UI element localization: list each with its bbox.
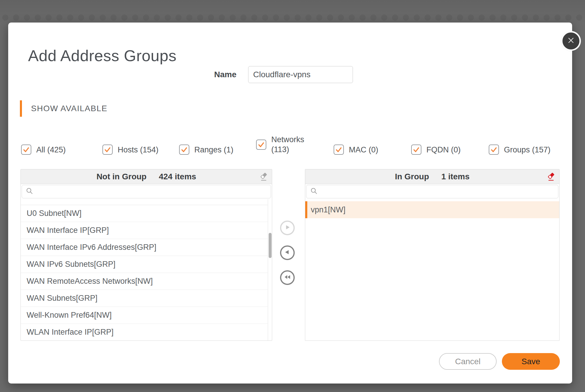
name-row: Name (8, 66, 572, 83)
name-label: Name (184, 66, 236, 83)
save-button[interactable]: Save (502, 353, 560, 370)
list-item[interactable]: WAN RemoteAccess Networks[NW] (21, 273, 268, 290)
section-accent-bar (20, 100, 22, 117)
show-available-section: SHOW AVAILABLE (20, 100, 107, 117)
panel-title: In Group (395, 172, 429, 181)
search-icon (26, 187, 34, 196)
in-group-list: vpn1[NW] (305, 199, 559, 341)
list-item[interactable]: Well-Known Pref64[NW] (21, 307, 268, 324)
checkbox-checked-icon (489, 145, 499, 155)
list-item[interactable]: WAN Subnets[GRP] (21, 290, 268, 307)
overlay-backdrop-dots (0, 10, 585, 23)
arrow-right-icon (284, 223, 291, 232)
in-group-panel: In Group 1 items (305, 169, 560, 341)
checkbox-checked-icon (179, 145, 189, 155)
search-input[interactable] (37, 185, 271, 198)
filter-checkbox-networks[interactable]: Networks (113) (256, 133, 304, 156)
filter-label: FQDN (0) (426, 145, 461, 155)
list-item[interactable]: WLAN Interface IP[GRP] (21, 324, 268, 341)
checkbox-checked-icon (256, 140, 266, 150)
filter-label: MAC (0) (349, 145, 378, 155)
panel-title: Not in Group (97, 172, 147, 181)
remove-all-eraser-icon[interactable] (546, 172, 556, 181)
search-icon (310, 187, 318, 196)
list-item-selected[interactable]: vpn1[NW] (305, 201, 559, 218)
not-in-group-header: Not in Group 424 items (21, 169, 272, 184)
scrollbar-track[interactable] (268, 199, 272, 341)
filter-label: Networks (113) (271, 135, 304, 154)
cancel-button[interactable]: Cancel (439, 353, 497, 370)
list-item[interactable]: WAN IPv6 Subnets[GRP] (21, 256, 268, 273)
dialog-title: Add Address Groups (28, 47, 176, 65)
filter-checkbox-groups[interactable]: Groups (157) (489, 145, 550, 155)
filter-checkbox-hosts[interactable]: Hosts (154) (102, 145, 159, 155)
checkbox-checked-icon (102, 145, 113, 155)
panel-item-count: 1 items (441, 172, 470, 181)
panel-item-count: 424 items (159, 172, 196, 181)
checkbox-checked-icon (21, 145, 31, 155)
search-input[interactable] (321, 185, 558, 198)
close-button[interactable] (561, 31, 581, 51)
list-item[interactable]: WAN Interface IP[GRP] (21, 222, 268, 239)
checkbox-checked-icon (411, 145, 421, 155)
in-group-header: In Group 1 items (305, 169, 559, 184)
filter-checkbox-fqdn[interactable]: FQDN (0) (411, 145, 461, 155)
filter-label: Groups (157) (504, 145, 550, 155)
scrollbar-thumb[interactable] (269, 233, 272, 258)
filter-checkbox-all[interactable]: All (425) (21, 145, 66, 155)
name-input[interactable] (248, 66, 353, 83)
checkbox-checked-icon (334, 145, 344, 155)
list-item[interactable]: U0 Subnet[NW] (21, 205, 268, 222)
not-in-group-list: U0 Subnet[NW] WAN Interface IP[GRP] WAN … (21, 199, 272, 341)
filter-checkbox-ranges[interactable]: Ranges (1) (179, 145, 234, 155)
filter-checkbox-mac[interactable]: MAC (0) (334, 145, 378, 155)
clear-selection-eraser-icon[interactable] (259, 172, 268, 181)
close-icon (567, 36, 575, 46)
move-left-button[interactable] (280, 245, 295, 260)
filter-label: Hosts (154) (118, 145, 159, 155)
not-in-group-search (22, 185, 271, 198)
move-all-left-button[interactable] (280, 270, 295, 285)
not-in-group-panel: Not in Group 424 items (20, 169, 272, 341)
filter-label: Ranges (1) (194, 145, 234, 155)
add-address-groups-dialog: Add Address Groups Name SHOW AVAILABLE A… (8, 23, 572, 384)
double-arrow-left-icon (283, 273, 291, 282)
section-label: SHOW AVAILABLE (31, 104, 107, 113)
filter-label: All (425) (36, 145, 66, 155)
list-item[interactable]: WAN Interface IPv6 Addresses[GRP] (21, 239, 268, 256)
list-item-partial (21, 199, 268, 205)
move-right-button[interactable] (280, 221, 295, 235)
in-group-search (306, 185, 558, 198)
arrow-left-icon (284, 248, 291, 257)
